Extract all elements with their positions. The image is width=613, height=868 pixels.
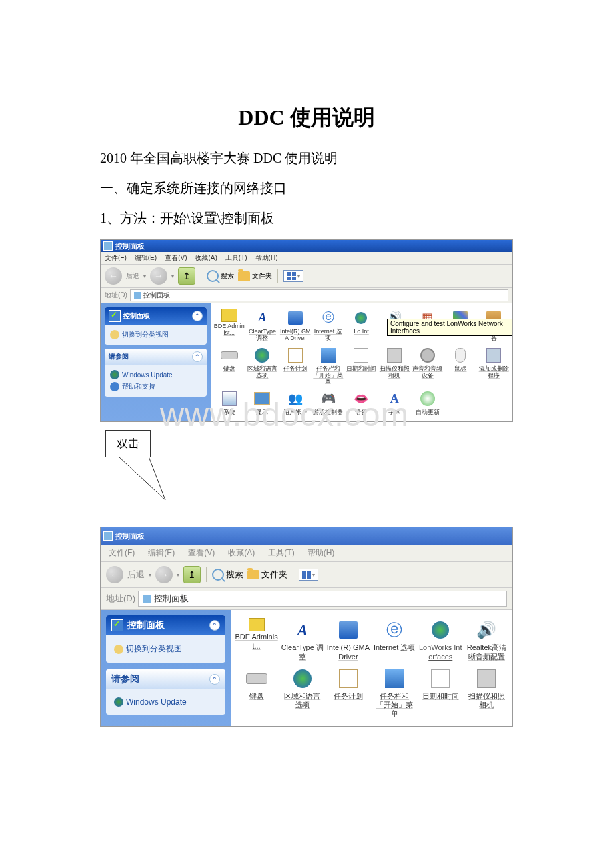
menu-favorites[interactable]: 收藏(A): [195, 253, 217, 263]
menu-view[interactable]: 查看(V): [188, 547, 215, 559]
back-dropdown-icon[interactable]: ▾: [143, 273, 146, 279]
cp-item-system[interactable]: 系统: [213, 388, 245, 417]
calendar-icon: [352, 346, 370, 365]
forward-button[interactable]: →: [155, 566, 173, 583]
address-field[interactable]: 控制面板: [138, 591, 507, 607]
addressbar: 地址(D) 控制面板: [101, 288, 512, 303]
cp-item-scanner[interactable]: 扫描仪和照相机: [465, 665, 508, 720]
up-button[interactable]: ↥: [178, 267, 195, 285]
cp-item-intel[interactable]: Intel(R) GMA Driver: [326, 617, 370, 662]
toolbar: ← 后退▾ →▾ ↥ 搜索 文件夹 ▾: [101, 562, 512, 588]
collapse-icon[interactable]: ⌃: [209, 620, 220, 631]
users-icon: 👥: [286, 389, 305, 408]
cp-item-keyboard[interactable]: 键盘: [213, 345, 245, 387]
menubar: 文件(F) 编辑(E) 查看(V) 收藏(A) 工具(T) 帮助(H): [101, 252, 512, 265]
search-button[interactable]: 搜索: [212, 569, 243, 581]
cp-item-datetime[interactable]: 日期和时间: [419, 665, 462, 720]
forward-button[interactable]: →: [150, 267, 167, 285]
view-mode-button[interactable]: ▾: [283, 270, 303, 282]
cp-item-speech[interactable]: 👄语音: [346, 388, 378, 417]
window-titlebar[interactable]: 控制面板: [101, 240, 512, 252]
callout: 双击: [105, 430, 239, 503]
cp-item-taskbar[interactable]: 任务栏和「开始」菜单: [312, 345, 344, 387]
cp-item-region[interactable]: 区域和语言选项: [247, 345, 279, 387]
collapse-icon[interactable]: ⌃: [209, 674, 220, 685]
cp-item-keyboard[interactable]: 键盘: [235, 665, 278, 720]
panel-header[interactable]: 请参阅⌃: [105, 349, 207, 365]
window-title: 控制面板: [115, 531, 145, 541]
cp-item-lonworks[interactable]: LonWorks Interfaces: [419, 617, 462, 662]
menu-help[interactable]: 帮助(H): [255, 253, 278, 263]
back-button[interactable]: ←: [106, 566, 123, 583]
collapse-icon[interactable]: ⌃: [192, 351, 203, 362]
help-support-link[interactable]: 帮助和支持: [110, 381, 201, 393]
scheduler-icon: [336, 667, 360, 691]
search-button[interactable]: 搜索: [207, 270, 234, 282]
menu-tools[interactable]: 工具(T): [268, 547, 294, 559]
cp-item-sound[interactable]: 声音和音频设备: [412, 345, 444, 387]
cp-item-scheduler[interactable]: 任务计划: [279, 345, 311, 387]
back-dropdown-icon[interactable]: ▾: [149, 572, 151, 578]
cp-item-realtek[interactable]: 🔊Realtek高清晰音频配置: [465, 617, 508, 662]
cp-item-cleartype[interactable]: AClearType 调整: [247, 307, 279, 343]
address-field[interactable]: 控制面板: [130, 289, 508, 301]
sidebar-panel-control-panel: 控制面板⌃ 切换到分类视图: [105, 307, 207, 345]
cp-item-display[interactable]: 显示: [247, 388, 279, 417]
menu-file[interactable]: 文件(F): [109, 547, 135, 559]
menu-edit[interactable]: 编辑(E): [135, 253, 157, 263]
menu-favorites[interactable]: 收藏(A): [228, 547, 255, 559]
panel-header[interactable]: 控制面板⌃: [106, 615, 225, 635]
folder-icon: [247, 570, 259, 579]
cp-item-game[interactable]: 🎮游戏控制器: [312, 388, 344, 417]
forward-dropdown-icon[interactable]: ▾: [177, 572, 179, 578]
switch-icon: [110, 330, 119, 339]
windows-update-link[interactable]: Windows Update: [110, 369, 201, 381]
cp-item-taskbar[interactable]: 任务栏和「开始」菜单: [372, 665, 416, 720]
cp-item-bde[interactable]: BDE Administ...: [235, 617, 278, 662]
addremove-icon: [484, 346, 503, 365]
control-panel-icon: [109, 310, 121, 322]
cp-item-scanner[interactable]: 扫描仪和照相机: [378, 345, 410, 387]
window-titlebar[interactable]: 控制面板: [101, 527, 512, 545]
panel-header[interactable]: 请参阅⌃: [106, 669, 225, 689]
menu-help[interactable]: 帮助(H): [308, 547, 335, 559]
windows-update-link[interactable]: Windows Update: [114, 696, 217, 708]
forward-dropdown-icon[interactable]: ▾: [171, 273, 174, 279]
cp-item-cleartype[interactable]: AClearType 调整: [281, 617, 324, 662]
cp-item-mouse[interactable]: 鼠标: [445, 345, 477, 387]
cp-item-datetime[interactable]: 日期和时间: [346, 345, 378, 387]
switch-view-link[interactable]: 切换到分类视图: [110, 329, 201, 341]
folders-button[interactable]: 文件夹: [238, 271, 272, 281]
icon-grid: BDE Administ... AClearType 调整 Intel(R) G…: [231, 610, 512, 726]
switch-view-link[interactable]: 切换到分类视图: [114, 642, 217, 656]
folders-button[interactable]: 文件夹: [247, 569, 287, 581]
calendar-icon: [428, 667, 452, 691]
cp-item-fonts[interactable]: A字体: [378, 388, 410, 417]
menu-edit[interactable]: 编辑(E): [148, 547, 175, 559]
window-title: 控制面板: [115, 241, 145, 251]
up-button[interactable]: ↥: [183, 566, 201, 583]
cp-item-intel[interactable]: Intel(R) GMA Driver: [279, 307, 311, 343]
lonworks-icon: [428, 618, 452, 642]
panel-header[interactable]: 控制面板⌃: [105, 307, 207, 325]
menu-tools[interactable]: 工具(T): [225, 253, 247, 263]
cp-item-users[interactable]: 👥用户帐户: [279, 388, 311, 417]
cp-item-region[interactable]: 区域和语言选项: [281, 665, 324, 720]
address-icon: [143, 594, 152, 603]
collapse-icon[interactable]: ⌃: [192, 311, 203, 321]
svg-line-0: [149, 457, 165, 500]
cp-item-bde[interactable]: BDE Administ...: [213, 307, 245, 343]
cp-item-internet[interactable]: ⓔInternet 选项: [372, 617, 416, 662]
doc-step-1: 1、方法：开始\设置\控制面板: [100, 209, 513, 227]
cp-item-internet[interactable]: ⓔInternet 选项: [312, 307, 344, 343]
cp-item-addremove[interactable]: 添加或删除程序: [478, 345, 510, 387]
menu-view[interactable]: 查看(V): [165, 253, 187, 263]
menu-file[interactable]: 文件(F): [105, 253, 127, 263]
taskbar-icon: [319, 346, 338, 365]
view-mode-button[interactable]: ▾: [299, 569, 318, 581]
cp-item-scheduler[interactable]: 任务计划: [326, 665, 370, 720]
keyboard-icon: [220, 346, 239, 365]
cp-item-lonworks[interactable]: Lo Int: [346, 307, 378, 343]
back-button[interactable]: ←: [105, 267, 122, 285]
cp-item-autoupdate[interactable]: 自动更新: [412, 388, 444, 417]
